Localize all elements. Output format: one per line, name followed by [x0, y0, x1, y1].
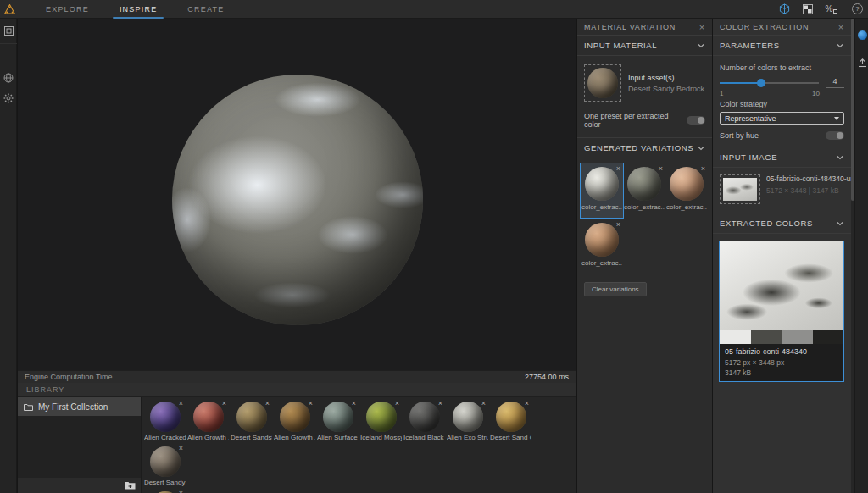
- material-thumbnail[interactable]: [280, 402, 310, 432]
- close-icon[interactable]: ×: [179, 489, 183, 493]
- material-thumbnail[interactable]: [496, 402, 526, 432]
- close-icon[interactable]: ×: [352, 399, 356, 407]
- generated-variations-section[interactable]: GENERATED VARIATIONS: [577, 138, 712, 158]
- tab-create[interactable]: CREATE: [172, 0, 239, 19]
- close-icon[interactable]: ×: [659, 164, 663, 173]
- viewport-3d[interactable]: [18, 19, 576, 370]
- collection-item[interactable]: My First Collection: [18, 397, 141, 416]
- colors-count-slider[interactable]: [720, 79, 819, 87]
- variation-thumbnail[interactable]: [585, 167, 619, 201]
- chevron-down-icon: [697, 144, 705, 152]
- close-icon[interactable]: ×: [309, 399, 313, 407]
- close-icon[interactable]: ×: [222, 399, 226, 407]
- material-thumbnail[interactable]: [236, 402, 267, 432]
- material-thumbnail[interactable]: [323, 402, 353, 432]
- extracted-colors-card[interactable]: 05-fabrizio-conti-484340 5172 px × 3448 …: [719, 241, 844, 382]
- material-thumbnail[interactable]: [366, 402, 397, 432]
- input-image-meta: 5172 × 3448 | 3147 kB: [766, 186, 851, 195]
- variation-thumbnail[interactable]: [585, 223, 619, 257]
- preset-toggle[interactable]: [687, 116, 705, 125]
- library-item[interactable]: ×Desert Sandst...: [230, 399, 273, 444]
- collections-icon[interactable]: [0, 19, 17, 44]
- material-thumbnail[interactable]: [193, 402, 224, 432]
- web-resources-icon[interactable]: [0, 68, 17, 88]
- variation-item[interactable]: ×color_extrac...: [623, 163, 665, 218]
- variation-item[interactable]: ×color_extrac...: [581, 163, 623, 218]
- library-item[interactable]: ×Iceland Mossy...: [359, 399, 403, 444]
- close-icon[interactable]: ×: [525, 399, 529, 407]
- app-logo-icon[interactable]: [0, 0, 19, 19]
- preset-toggle-label: One preset per extracted color: [584, 112, 687, 129]
- material-variation-title: MATERIAL VARIATION: [584, 23, 676, 31]
- tab-explore[interactable]: EXPLORE: [31, 0, 104, 19]
- clear-variations-button[interactable]: Clear variations: [584, 282, 647, 296]
- colors-count-value[interactable]: 4: [826, 77, 844, 88]
- color-strategy-label: Color strategy: [720, 100, 844, 108]
- input-asset-dropzone[interactable]: [584, 64, 621, 102]
- preview-sphere[interactable]: [172, 75, 423, 325]
- input-image-filename: 05-fabrizio-conti-484340-uns...: [766, 174, 851, 183]
- library-item[interactable]: ×Alien Cracked...: [143, 399, 186, 444]
- material-label: Alien Cracked...: [144, 434, 186, 441]
- input-image-section[interactable]: INPUT IMAGE: [713, 147, 851, 168]
- close-icon[interactable]: ×: [838, 22, 844, 32]
- close-icon[interactable]: ×: [438, 399, 442, 407]
- collection-name: My First Collection: [38, 402, 108, 412]
- chevron-down-icon: [697, 42, 705, 50]
- variation-item[interactable]: ×color_extrac...: [665, 163, 708, 218]
- close-icon[interactable]: ×: [265, 399, 270, 407]
- material-view-icon[interactable]: [855, 24, 868, 46]
- input-material-section[interactable]: INPUT MATERIAL: [577, 36, 712, 56]
- input-image-dropzone[interactable]: [720, 174, 760, 204]
- export-icon[interactable]: [855, 53, 868, 75]
- variation-thumbnail[interactable]: [670, 167, 704, 201]
- extracted-colors-section[interactable]: EXTRACTED COLORS: [713, 213, 851, 234]
- library-item[interactable]: ×Desert Sandy ...: [143, 444, 186, 489]
- color-swatch[interactable]: [782, 330, 813, 344]
- slider-handle[interactable]: [757, 79, 765, 87]
- close-icon[interactable]: ×: [616, 220, 620, 229]
- sort-by-hue-toggle[interactable]: [826, 131, 844, 140]
- topbar-right-icons: % ?: [777, 3, 868, 16]
- material-thumbnail[interactable]: [409, 402, 440, 432]
- chevron-down-icon: [836, 219, 844, 228]
- library-item[interactable]: ×Desert Sand G...: [489, 399, 532, 444]
- tab-inspire[interactable]: INSPIRE: [104, 0, 172, 19]
- material-thumbnail[interactable]: [150, 446, 181, 477]
- close-icon[interactable]: ×: [481, 399, 486, 407]
- close-icon[interactable]: ×: [616, 164, 620, 173]
- split-view-icon[interactable]: [801, 3, 815, 16]
- library-item[interactable]: ×Alien Growth ...: [273, 399, 316, 444]
- color-swatch[interactable]: [813, 330, 844, 344]
- variation-thumbnail[interactable]: [627, 167, 661, 201]
- sort-by-hue-label: Sort by hue: [720, 131, 759, 140]
- settings-gear-icon[interactable]: [0, 88, 17, 108]
- variation-label: color_extrac...: [581, 203, 622, 211]
- parameters-section[interactable]: PARAMETERS: [713, 36, 851, 56]
- library-item[interactable]: ×Alien Surface ...: [316, 399, 359, 444]
- close-icon[interactable]: ×: [699, 22, 705, 32]
- help-icon[interactable]: ?: [852, 3, 863, 14]
- library-item[interactable]: ×Alien Exo Stru...: [446, 399, 489, 444]
- library-item[interactable]: ×Granite Rock ...: [143, 489, 186, 493]
- percent-display-icon[interactable]: %: [825, 3, 838, 16]
- material-thumbnail[interactable]: [150, 402, 181, 432]
- color-swatch[interactable]: [720, 330, 751, 344]
- material-thumbnail[interactable]: [453, 402, 483, 432]
- close-icon[interactable]: ×: [701, 164, 705, 173]
- close-icon[interactable]: ×: [179, 444, 183, 452]
- variation-label: color_extrac...: [624, 203, 665, 211]
- folder-icon: [24, 403, 33, 411]
- library-item[interactable]: ×Alien Growth ...: [186, 399, 230, 444]
- library-footer: [18, 478, 141, 493]
- color-strategy-select[interactable]: Representative: [720, 112, 844, 125]
- library-item[interactable]: ×Iceland Black ...: [403, 399, 446, 444]
- slider-max-label: 10: [812, 90, 820, 97]
- color-swatch[interactable]: [751, 330, 782, 344]
- color-extraction-panel: COLOR EXTRACTION × PARAMETERS Number of …: [713, 19, 851, 493]
- add-collection-icon[interactable]: [125, 481, 136, 490]
- variation-item[interactable]: ×color_extrac...: [581, 219, 623, 274]
- view-3d-cube-icon[interactable]: [777, 3, 791, 16]
- close-icon[interactable]: ×: [395, 399, 399, 407]
- close-icon[interactable]: ×: [179, 399, 183, 407]
